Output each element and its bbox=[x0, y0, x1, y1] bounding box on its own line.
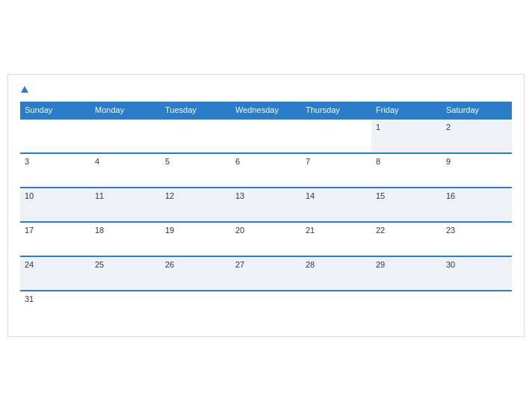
logo-text bbox=[20, 84, 28, 94]
calendar-cell: 7 bbox=[301, 153, 371, 188]
day-number: 6 bbox=[235, 157, 240, 166]
calendar-cell bbox=[161, 291, 231, 324]
calendar-cell bbox=[301, 119, 371, 153]
calendar-cell: 19 bbox=[161, 222, 231, 256]
day-number: 20 bbox=[235, 226, 244, 235]
day-number: 7 bbox=[306, 157, 310, 166]
weekday-header-tuesday: Tuesday bbox=[161, 102, 231, 119]
day-number: 31 bbox=[25, 294, 34, 303]
calendar-week-2: 10111213141516 bbox=[20, 188, 512, 222]
logo-triangle bbox=[21, 86, 28, 93]
calendar-cell: 27 bbox=[231, 256, 301, 291]
calendar-cell: 26 bbox=[161, 256, 231, 291]
calendar-table: SundayMondayTuesdayWednesdayThursdayFrid… bbox=[20, 102, 512, 324]
day-number: 12 bbox=[165, 191, 174, 200]
day-number: 28 bbox=[306, 260, 315, 269]
calendar-cell: 1 bbox=[371, 119, 442, 153]
calendar-cell: 30 bbox=[442, 256, 512, 291]
calendar-cell: 8 bbox=[371, 153, 442, 188]
calendar-cell bbox=[231, 119, 301, 153]
day-number: 25 bbox=[95, 260, 104, 269]
day-number: 18 bbox=[95, 226, 104, 235]
calendar-cell: 15 bbox=[371, 188, 442, 222]
day-number: 14 bbox=[306, 191, 315, 200]
day-number: 9 bbox=[446, 157, 451, 166]
weekday-header-thursday: Thursday bbox=[301, 102, 371, 119]
calendar-cell: 9 bbox=[442, 153, 512, 188]
calendar-cell: 6 bbox=[231, 153, 301, 188]
calendar-cell: 13 bbox=[231, 188, 301, 222]
weekday-header-sunday: Sunday bbox=[20, 102, 90, 119]
calendar-thead: SundayMondayTuesdayWednesdayThursdayFrid… bbox=[20, 102, 512, 119]
calendar-cell: 17 bbox=[20, 222, 90, 256]
calendar-cell: 20 bbox=[231, 222, 301, 256]
calendar-cell: 2 bbox=[442, 119, 512, 153]
logo-blue bbox=[20, 84, 28, 94]
day-number: 17 bbox=[25, 226, 34, 235]
day-number: 26 bbox=[165, 260, 174, 269]
calendar-cell bbox=[301, 291, 371, 324]
day-number: 19 bbox=[165, 226, 174, 235]
day-number: 4 bbox=[95, 157, 99, 166]
weekday-header-saturday: Saturday bbox=[442, 102, 512, 119]
calendar-cell: 5 bbox=[161, 153, 231, 188]
day-number: 3 bbox=[25, 157, 29, 166]
calendar-week-1: 3456789 bbox=[20, 153, 512, 188]
day-number: 23 bbox=[446, 226, 455, 235]
calendar-cell: 12 bbox=[161, 188, 231, 222]
calendar-cell bbox=[161, 119, 231, 153]
calendar-cell: 29 bbox=[371, 256, 442, 291]
calendar-week-0: 12 bbox=[20, 119, 512, 153]
calendar-cell bbox=[90, 291, 161, 324]
day-number: 5 bbox=[165, 157, 170, 166]
calendar-cell: 25 bbox=[90, 256, 161, 291]
calendar-cell: 4 bbox=[90, 153, 161, 188]
calendar-cell bbox=[442, 291, 512, 324]
calendar: SundayMondayTuesdayWednesdayThursdayFrid… bbox=[7, 74, 525, 337]
calendar-cell: 16 bbox=[442, 188, 512, 222]
calendar-header bbox=[20, 84, 512, 94]
day-number: 1 bbox=[376, 123, 380, 132]
calendar-cell: 22 bbox=[371, 222, 442, 256]
calendar-cell bbox=[231, 291, 301, 324]
weekday-header-wednesday: Wednesday bbox=[231, 102, 301, 119]
calendar-cell: 3 bbox=[20, 153, 90, 188]
calendar-cell bbox=[20, 119, 90, 153]
calendar-cell bbox=[371, 291, 442, 324]
day-number: 22 bbox=[376, 226, 385, 235]
day-number: 15 bbox=[376, 191, 385, 200]
calendar-cell: 11 bbox=[90, 188, 161, 222]
weekday-header-friday: Friday bbox=[371, 102, 442, 119]
day-number: 11 bbox=[95, 191, 104, 200]
calendar-tbody: 1234567891011121314151617181920212223242… bbox=[20, 119, 512, 324]
day-number: 24 bbox=[25, 260, 34, 269]
calendar-cell: 24 bbox=[20, 256, 90, 291]
day-number: 8 bbox=[376, 157, 380, 166]
calendar-cell: 31 bbox=[20, 291, 90, 324]
day-number: 21 bbox=[306, 226, 315, 235]
logo bbox=[20, 84, 28, 94]
day-number: 2 bbox=[446, 123, 451, 132]
day-number: 30 bbox=[446, 260, 455, 269]
day-number: 13 bbox=[235, 191, 244, 200]
calendar-cell: 28 bbox=[301, 256, 371, 291]
calendar-cell: 21 bbox=[301, 222, 371, 256]
calendar-week-4: 24252627282930 bbox=[20, 256, 512, 291]
calendar-week-5: 31 bbox=[20, 291, 512, 324]
day-number: 29 bbox=[376, 260, 385, 269]
calendar-cell: 14 bbox=[301, 188, 371, 222]
calendar-cell: 23 bbox=[442, 222, 512, 256]
day-number: 10 bbox=[25, 191, 34, 200]
calendar-cell: 10 bbox=[20, 188, 90, 222]
calendar-cell: 18 bbox=[90, 222, 161, 256]
calendar-week-3: 17181920212223 bbox=[20, 222, 512, 256]
weekday-header-row: SundayMondayTuesdayWednesdayThursdayFrid… bbox=[20, 102, 512, 119]
calendar-cell bbox=[90, 119, 161, 153]
day-number: 27 bbox=[235, 260, 244, 269]
day-number: 16 bbox=[446, 191, 455, 200]
weekday-header-monday: Monday bbox=[90, 102, 161, 119]
